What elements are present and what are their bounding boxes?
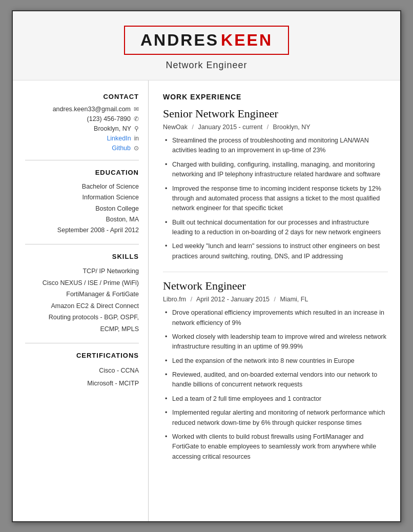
phone-icon: ✆ bbox=[134, 115, 139, 122]
job2-bullet-6: Implemented regular alerting and monitor… bbox=[165, 408, 388, 428]
skills-section-title: Skills bbox=[25, 253, 139, 260]
name-last: KEEN bbox=[221, 31, 273, 49]
location-icon: ⚲ bbox=[134, 125, 139, 132]
email-icon: ✉ bbox=[134, 106, 139, 113]
skills-block: TCP/ IP Networking Cisco NEXUS / ISE / P… bbox=[25, 265, 139, 335]
edu-city: Boston, MA bbox=[25, 214, 139, 225]
name-box: ANDRES KEEN bbox=[124, 26, 289, 55]
skill-3: FortiManager & FortiGate bbox=[25, 289, 139, 300]
edu-major: Information Science bbox=[25, 192, 139, 203]
location-text: Brooklyn, NY bbox=[94, 125, 131, 132]
certifications-section-title: Certifications bbox=[25, 352, 139, 359]
slash3: / bbox=[191, 296, 192, 303]
linkedin-link[interactable]: LinkedIn bbox=[107, 135, 131, 142]
skill-2: Cisco NEXUS / ISE / Prime (WiFi) bbox=[25, 277, 139, 289]
contact-section-title: Contact bbox=[25, 93, 139, 100]
job1-bullet-2: Charged with building, configuring, inst… bbox=[165, 160, 388, 180]
skill-5: Routing protocols - BGP, OSPF,ECMP, MPLS bbox=[25, 312, 139, 335]
divider-3 bbox=[25, 343, 139, 343]
certifications-block: Cisco - CCNA Microsoft - MCITP bbox=[25, 364, 139, 390]
job1-company: NewOak bbox=[163, 124, 188, 131]
job2-location: Miami, FL bbox=[280, 296, 308, 303]
education-block: Bachelor of Science Information Science … bbox=[25, 181, 139, 236]
contact-linkedin-row: LinkedIn in bbox=[25, 135, 139, 142]
slash2: / bbox=[267, 124, 269, 131]
left-column: Contact andres.keen33@gmail.com ✉ (123) … bbox=[13, 80, 149, 521]
job1-dates: January 2015 - current bbox=[198, 124, 262, 131]
contact-email-row: andres.keen33@gmail.com ✉ bbox=[25, 106, 139, 113]
right-column: Work Experience Senior Network Engineer … bbox=[149, 80, 400, 521]
job1-bullet-4: Built out technical documentation for ou… bbox=[165, 218, 388, 238]
job1-bullet-5: Led weekly "lunch and learn" sessions to… bbox=[165, 241, 388, 261]
education-section-title: Education bbox=[25, 169, 139, 176]
skill-1: TCP/ IP Networking bbox=[25, 265, 139, 277]
contact-github-row: Github ⊙ bbox=[25, 145, 139, 152]
resume-document: ANDRES KEEN Network Engineer Contact and… bbox=[12, 10, 401, 522]
edu-school: Boston College bbox=[25, 203, 139, 214]
cert-1: Cisco - CCNA bbox=[25, 364, 139, 377]
job2-company: Libro.fm bbox=[163, 296, 186, 303]
job1-bullets: Streamlined the process of troubleshooti… bbox=[163, 136, 388, 261]
job2-bullet-4: Reviewed, audited, and on-boarded extern… bbox=[165, 370, 388, 390]
job1-bullet-1: Streamlined the process of troubleshooti… bbox=[165, 136, 388, 156]
job2-bullet-5: Led a team of 2 full time employees and … bbox=[165, 394, 388, 404]
email-text: andres.keen33@gmail.com bbox=[53, 106, 131, 113]
job1-location: Brooklyn, NY bbox=[273, 124, 311, 131]
job2-dates: April 2012 - January 2015 bbox=[196, 296, 270, 303]
job2-bullet-7: Worked with clients to build robust fire… bbox=[165, 432, 388, 462]
cert-2: Microsoft - MCITP bbox=[25, 377, 139, 390]
github-link[interactable]: Github bbox=[112, 145, 131, 152]
job2-bullet-3: Led the expansion of the network into 8 … bbox=[165, 356, 388, 366]
slash1: / bbox=[192, 124, 193, 131]
skill-4: Amazon EC2 & Direct Connect bbox=[25, 300, 139, 312]
slash4: / bbox=[274, 296, 276, 303]
edu-dates: September 2008 - April 2012 bbox=[25, 225, 139, 236]
contact-location-row: Brooklyn, NY ⚲ bbox=[25, 125, 139, 132]
name-first: ANDRES bbox=[140, 31, 219, 49]
job2-bullet-2: Worked closely with leadership team to i… bbox=[165, 332, 388, 352]
linkedin-icon: in bbox=[134, 135, 139, 142]
job2-bullet-1: Drove operational efficiency improvement… bbox=[165, 308, 388, 328]
job2-title: Network Engineer bbox=[163, 279, 388, 293]
divider-1 bbox=[25, 160, 139, 160]
job1-bullet-3: Improved the response time to incoming i… bbox=[165, 184, 388, 214]
phone-text: (123) 456-7890 bbox=[87, 115, 131, 122]
job2-meta: Libro.fm / April 2012 - January 2015 / M… bbox=[163, 296, 388, 303]
body-section: Contact andres.keen33@gmail.com ✉ (123) … bbox=[13, 80, 400, 521]
header-section: ANDRES KEEN Network Engineer bbox=[13, 11, 400, 80]
github-icon: ⊙ bbox=[134, 145, 139, 152]
job-separator bbox=[163, 272, 388, 272]
job1-title: Senior Network Engineer bbox=[163, 107, 388, 120]
job-title-header: Network Engineer bbox=[23, 60, 390, 71]
contact-phone-row: (123) 456-7890 ✆ bbox=[25, 115, 139, 122]
job2-bullets: Drove operational efficiency improvement… bbox=[163, 308, 388, 462]
edu-degree: Bachelor of Science bbox=[25, 181, 139, 192]
work-experience-title: Work Experience bbox=[163, 93, 388, 101]
job1-meta: NewOak / January 2015 - current / Brookl… bbox=[163, 124, 388, 131]
divider-2 bbox=[25, 244, 139, 244]
